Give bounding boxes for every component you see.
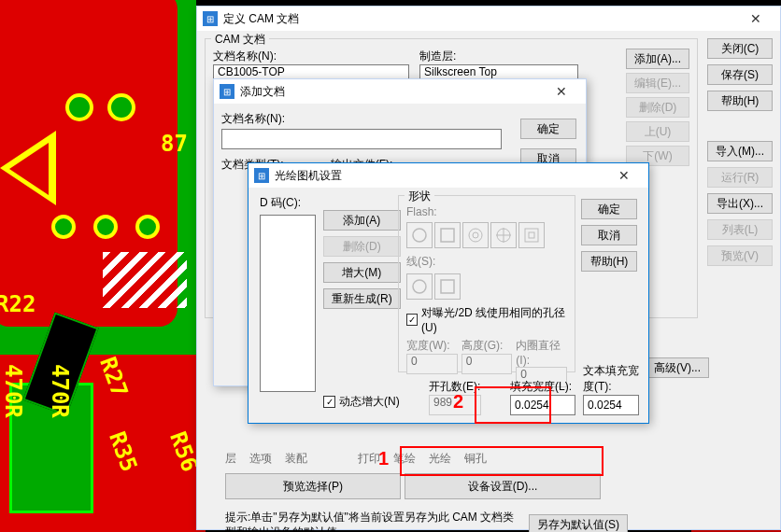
- list-button: 列表(L): [707, 219, 773, 240]
- up-button: 上(U): [626, 121, 689, 142]
- num-apertures-label: 开孔数(E):: [429, 379, 481, 395]
- help-button[interactable]: 帮助(H): [707, 91, 773, 111]
- tab-drill[interactable]: 铜孔: [464, 451, 487, 467]
- edit-button: 编辑(E)...: [626, 73, 689, 93]
- hint-text: 提示:单击"另存为默认值"将当前设置另存为此 CAM 文档类型和输出设备的默认值: [225, 511, 524, 532]
- shape-group-label: 形状: [405, 189, 434, 204]
- tab-pen[interactable]: 笔绘: [393, 451, 416, 467]
- close-button[interactable]: 关闭(C): [707, 38, 773, 59]
- use-same-aperture-checkbox[interactable]: ✓对曝光/2D 线使用相同的孔径(U): [406, 305, 567, 334]
- shape-thermal-icon: [490, 222, 517, 248]
- shape-circle-icon: [406, 222, 433, 248]
- width-label: 宽度(W):: [406, 338, 458, 354]
- save-button[interactable]: 保存(S): [707, 64, 773, 85]
- line-label: 线(S):: [406, 254, 567, 270]
- dialog-title: 光绘图机设置: [275, 168, 605, 184]
- delete-button: 删除(D): [626, 97, 689, 118]
- dcode-label: D 码(C):: [260, 195, 316, 211]
- svg-rect-7: [525, 229, 538, 242]
- import-button[interactable]: 导入(M)...: [707, 141, 773, 161]
- tab-assembly[interactable]: 装配: [285, 451, 307, 467]
- ok-button[interactable]: 确定: [520, 119, 576, 139]
- device-settings-button[interactable]: 设备设置(D)...: [405, 473, 601, 499]
- inner-dia-label: 内圈直径(I):: [516, 338, 567, 367]
- height-label: 高度(G):: [462, 338, 513, 354]
- close-icon[interactable]: ✕: [543, 79, 580, 104]
- app-icon: ⊞: [254, 168, 269, 183]
- doc-name-label: 文档名称(N):: [213, 49, 410, 64]
- regenerate-button[interactable]: 重新生成(R): [323, 288, 401, 309]
- text-fill-width-input[interactable]: [583, 395, 639, 415]
- fill-width-label: 填充宽度(L):: [510, 379, 575, 395]
- mfg-layer-label: 制造层:: [419, 49, 617, 64]
- num-apertures-input: 989: [429, 395, 481, 415]
- svg-rect-8: [529, 232, 534, 238]
- add-button[interactable]: 添加(A)...: [626, 49, 689, 69]
- titlebar: ⊞ 定义 CAM 文档 ✕: [197, 7, 780, 31]
- flash-label: Flash:: [406, 205, 567, 218]
- close-icon[interactable]: ✕: [605, 163, 643, 188]
- doc-name-input[interactable]: [221, 129, 502, 149]
- ok-button[interactable]: 确定: [581, 199, 637, 219]
- line-shapes[interactable]: [406, 273, 567, 300]
- app-icon: ⊞: [220, 84, 234, 99]
- flash-shapes[interactable]: [406, 222, 567, 248]
- shape-annulus-icon: [462, 222, 489, 248]
- run-button: 运行(R): [707, 167, 773, 188]
- help-button[interactable]: 帮助(H): [581, 251, 637, 272]
- svg-point-3: [473, 232, 478, 238]
- tab-print[interactable]: 打印: [358, 451, 380, 467]
- shape-round-line-icon: [406, 273, 433, 300]
- svg-point-9: [413, 280, 426, 293]
- group-label: CAM 文档: [211, 32, 269, 48]
- dcode-add-button[interactable]: 添加(A): [323, 210, 401, 231]
- width-input: 0: [406, 354, 458, 374]
- dialog-title: 添加文档: [240, 84, 543, 100]
- export-button[interactable]: 导出(X)...: [707, 193, 773, 214]
- text-fill-width-label: 文本填充宽度(T):: [583, 363, 648, 395]
- preview-button: 预览(V): [707, 245, 773, 266]
- close-icon[interactable]: ✕: [737, 7, 774, 31]
- svg-point-2: [469, 229, 482, 242]
- fill-width-input[interactable]: [510, 395, 575, 415]
- cancel-button[interactable]: 取消: [581, 225, 637, 245]
- dcode-delete-button: 删除(D): [323, 236, 401, 257]
- save-default-button[interactable]: 另存为默认值(S): [529, 514, 628, 532]
- photoplotter-settings-dialog: ⊞ 光绘图机设置 ✕ D 码(C): 添加(A) 删除(D) 增大(M) 重新生…: [248, 162, 649, 424]
- enlarge-button[interactable]: 增大(M): [323, 262, 401, 283]
- tab-photoplot[interactable]: 光绘: [429, 451, 451, 467]
- tab-layer[interactable]: 层: [225, 451, 236, 467]
- dynamic-enlarge-checkbox[interactable]: ✓动态增大(N): [323, 394, 400, 410]
- shape-square-icon: [434, 222, 461, 248]
- dcode-list[interactable]: [260, 215, 316, 392]
- titlebar: ⊞ 添加文档 ✕: [214, 79, 586, 104]
- dialog-title: 定义 CAM 文档: [223, 11, 737, 27]
- height-input: 0: [462, 354, 513, 374]
- shape-sqannulus-icon: [518, 222, 545, 248]
- svg-point-0: [413, 229, 426, 242]
- advanced-button[interactable]: 高级(V)...: [646, 357, 709, 378]
- preview-selection-button[interactable]: 预览选择(P): [225, 473, 401, 499]
- svg-rect-1: [441, 229, 454, 242]
- tab-options[interactable]: 选项: [249, 451, 272, 467]
- app-icon: ⊞: [203, 11, 218, 26]
- shape-square-line-icon: [434, 273, 461, 300]
- titlebar: ⊞ 光绘图机设置 ✕: [248, 163, 648, 188]
- svg-rect-10: [441, 280, 454, 293]
